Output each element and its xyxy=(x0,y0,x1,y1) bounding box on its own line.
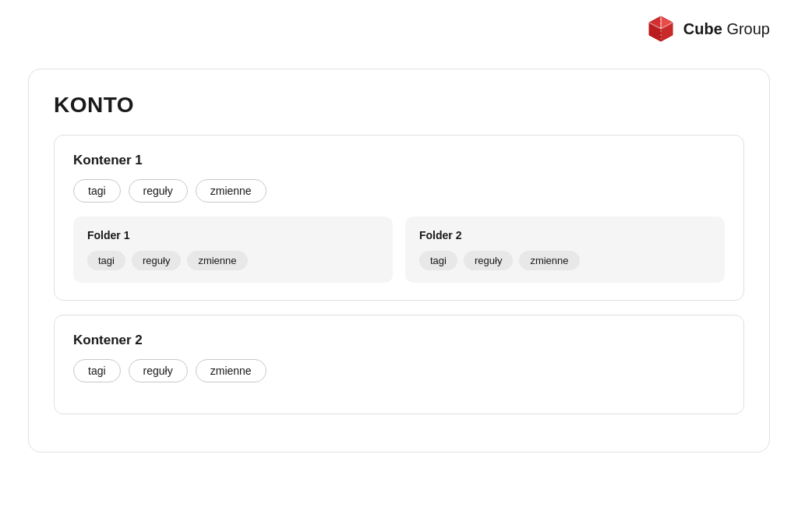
folder-title-1-2: Folder 2 xyxy=(419,229,711,241)
main-content: KONTO Kontener 1tagiregułyzmienneFolder … xyxy=(28,69,770,516)
container-1-tag-1[interactable]: tagi xyxy=(73,179,121,203)
logo-text: Cube Group xyxy=(683,20,770,38)
container-tag-row-2: tagiregułyzmienne xyxy=(73,359,725,382)
container-card-1: Kontener 1tagiregułyzmienneFolder 1tagir… xyxy=(54,135,744,301)
folder-tag-row-1-2: tagiregułyzmienne xyxy=(419,251,711,270)
cube-group-logo-icon xyxy=(646,14,676,44)
page-title: KONTO xyxy=(54,93,744,118)
folder-card-1-2: Folder 2tagiregułyzmienne xyxy=(405,217,725,283)
container-2-tag-2[interactable]: reguły xyxy=(129,359,188,382)
header: Cube Group xyxy=(646,14,770,44)
folder-1-1-tag-3[interactable]: zmienne xyxy=(187,251,247,270)
container-2-tag-1[interactable]: tagi xyxy=(73,359,121,382)
outer-card: KONTO Kontener 1tagiregułyzmienneFolder … xyxy=(28,69,770,453)
folder-tag-row-1-1: tagiregułyzmienne xyxy=(87,251,379,270)
container-title-2: Kontener 2 xyxy=(73,333,725,348)
folder-1-1-tag-2[interactable]: reguły xyxy=(132,251,181,270)
folder-1-2-tag-2[interactable]: reguły xyxy=(464,251,513,270)
folder-1-2-tag-1[interactable]: tagi xyxy=(419,251,457,270)
folder-1-1-tag-1[interactable]: tagi xyxy=(87,251,125,270)
folder-row-1: Folder 1tagiregułyzmienneFolder 2tagireg… xyxy=(73,217,725,283)
container-tag-row-1: tagiregułyzmienne xyxy=(73,179,725,203)
folder-1-2-tag-3[interactable]: zmienne xyxy=(519,251,579,270)
container-title-1: Kontener 1 xyxy=(73,153,725,168)
container-1-tag-2[interactable]: reguły xyxy=(129,179,188,203)
container-1-tag-3[interactable]: zmienne xyxy=(196,179,267,203)
containers-wrapper: Kontener 1tagiregułyzmienneFolder 1tagir… xyxy=(54,135,744,414)
container-2-tag-3[interactable]: zmienne xyxy=(196,359,267,382)
container-card-2: Kontener 2tagiregułyzmienne xyxy=(54,315,744,414)
folder-title-1-1: Folder 1 xyxy=(87,229,379,241)
folder-card-1-1: Folder 1tagiregułyzmienne xyxy=(73,217,393,283)
